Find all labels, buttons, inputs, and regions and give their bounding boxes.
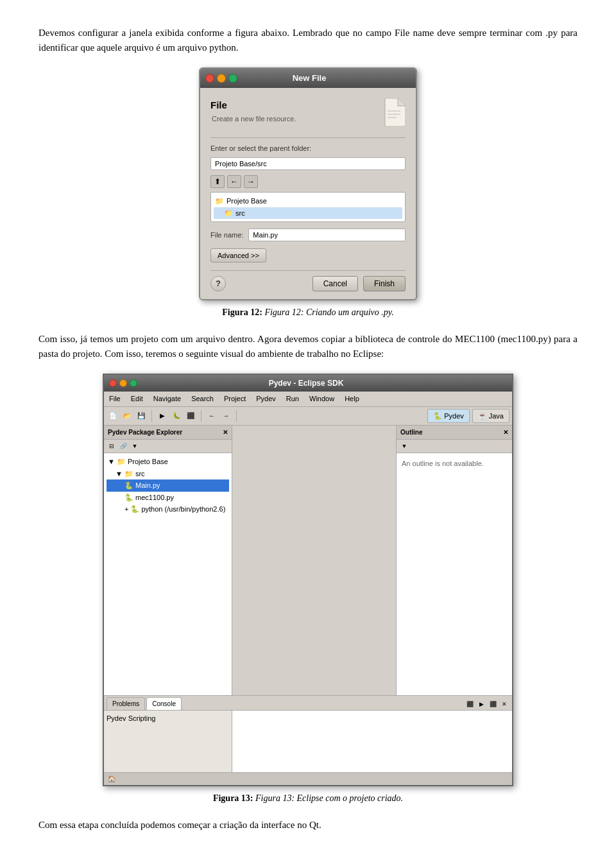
eclipse-window: Pydev - Eclipse SDK File Edit Navigate S… [103, 374, 513, 786]
filename-input[interactable] [248, 229, 406, 241]
figure-13-container: Pydev - Eclipse SDK File Edit Navigate S… [38, 374, 578, 805]
dialog-titlebar: New File [200, 69, 416, 88]
menu-navigate[interactable]: Navigate [151, 393, 184, 405]
advanced-button[interactable]: Advanced >> [210, 248, 266, 263]
eclipse-left-panel: Pydev Package Explorer ✕ ⊟ 🔗 ▼ ▼ 📁 Proje… [104, 426, 232, 695]
eclipse-bottom-left: Pydev Scripting [104, 711, 232, 772]
close-btn[interactable] [205, 74, 214, 83]
python-icon: 🐍 [130, 504, 139, 515]
tree-item-python[interactable]: + 🐍 python (/usr/bin/python2.6) [107, 503, 229, 515]
paragraph-2: Com isso, já temos um projeto com um arq… [38, 332, 578, 361]
paragraph-1: Devemos configurar a janela exibida conf… [38, 26, 578, 55]
expand-icon-python: + [124, 504, 128, 515]
folder-icon-src: 📁 [124, 469, 133, 479]
figure-12-caption: Figura 12: Figura 12: Criando um arquivo… [222, 306, 393, 319]
bottom-btn-2[interactable]: ▶ [476, 699, 486, 709]
menu-file[interactable]: File [107, 393, 123, 405]
pydev-scripting-label: Pydev Scripting [107, 714, 155, 722]
perspective-pydev[interactable]: 🐍 Pydev [427, 409, 470, 424]
folder-label-projeto: Projeto Base [227, 196, 267, 207]
explorer-collapse-btn[interactable]: ⊟ [107, 441, 117, 451]
explorer-link-btn[interactable]: 🔗 [118, 441, 128, 451]
explorer-menu-btn[interactable]: ▼ [130, 441, 140, 451]
eclipse-titlebar-controls[interactable] [109, 379, 137, 387]
outline-menu-btn[interactable]: ▼ [399, 441, 409, 451]
eclipse-menubar: File Edit Navigate Search Project Pydev … [104, 392, 512, 407]
eclipse-toolbar: 📄 📂 💾 ▶ 🐛 ⬛ ← → 🐍 Pydev ☕ [104, 407, 512, 426]
menu-window[interactable]: Window [307, 393, 337, 405]
tree-item-src[interactable]: 📁 src [214, 207, 402, 220]
eclipse-outline-toolbar: ▼ [397, 440, 512, 453]
menu-edit[interactable]: Edit [128, 393, 146, 405]
parent-folder-input[interactable] [210, 157, 406, 170]
tab-console[interactable]: Console [146, 697, 182, 710]
tree-item-main-py[interactable]: 🐍 Main.py [107, 479, 229, 492]
explorer-title: Pydev Package Explorer [108, 427, 182, 437]
toolbar-btn-stop[interactable]: ⬛ [184, 410, 197, 422]
toolbar-btn-forward[interactable]: → [219, 410, 232, 422]
action-buttons: Cancel Finish [312, 276, 406, 291]
outline-message: An outline is not available. [402, 458, 484, 469]
minimize-btn[interactable] [217, 74, 226, 83]
outline-close-icon[interactable]: ✕ [503, 427, 508, 437]
tree-item-projeto-base[interactable]: 📁 Projeto Base [214, 195, 402, 207]
tree-item-src[interactable]: ▼ 📁 src [107, 468, 229, 480]
menu-search[interactable]: Search [189, 393, 216, 405]
folder-nav-back[interactable]: ⬆ [210, 175, 225, 188]
eclipse-minimize-btn[interactable] [119, 379, 127, 387]
tree-item-projeto-base[interactable]: ▼ 📁 Projeto Base [107, 456, 229, 468]
dialog-body: File Create a new file resource. Enter o… [200, 88, 416, 300]
explorer-close-icon[interactable]: ✕ [223, 427, 228, 437]
toolbar-btn-open[interactable]: 📂 [121, 410, 133, 422]
file-icon-main: 🐍 [124, 480, 133, 491]
filename-label: File name: [210, 230, 243, 241]
maximize-btn[interactable] [228, 74, 237, 83]
help-button[interactable]: ? [210, 276, 226, 291]
src-label: src [135, 469, 145, 479]
menu-help[interactable]: Help [342, 393, 362, 405]
toolbar-btn-debug[interactable]: 🐛 [170, 410, 183, 422]
bottom-btn-1[interactable]: ⬛ [465, 699, 475, 709]
menu-run[interactable]: Run [284, 393, 302, 405]
titlebar-controls[interactable] [205, 74, 237, 83]
python-label: python (/usr/bin/python2.6) [141, 504, 225, 515]
bottom-btn-4[interactable]: ✕ [499, 699, 509, 709]
dialog-title: New File [293, 72, 327, 85]
toolbar-group-1: 📄 📂 💾 [107, 410, 152, 422]
paragraph-3: Com essa etapa concluída podemos começar… [38, 818, 578, 833]
folder-nav-forward[interactable]: ← [227, 175, 241, 188]
file-icon [382, 98, 406, 126]
perspective-java[interactable]: ☕ Java [472, 409, 509, 424]
eclipse-tree: ▼ 📁 Projeto Base ▼ 📁 src 🐍 Main.py [104, 453, 232, 695]
figure-12-container: New File File Create a new file resource… [38, 67, 578, 319]
toolbar-btn-save[interactable]: 💾 [135, 410, 148, 422]
eclipse-right-panel: Outline ✕ ▼ An outline is not available. [397, 426, 512, 695]
bottom-btn-3[interactable]: ⬛ [488, 699, 498, 709]
parent-folder-label: Enter or select the parent folder: [210, 143, 406, 154]
menu-project[interactable]: Project [221, 393, 248, 405]
toolbar-group-2: ▶ 🐛 ⬛ [156, 410, 201, 422]
toolbar-btn-run[interactable]: ▶ [156, 410, 169, 422]
eclipse-maximize-btn[interactable] [130, 379, 137, 387]
perspective-java-label: Java [489, 411, 504, 422]
projeto-base-label: Projeto Base [128, 456, 168, 467]
tab-problems[interactable]: Problems [107, 697, 145, 710]
eclipse-title: Pydev - Eclipse SDK [269, 377, 344, 389]
eclipse-close-btn[interactable] [109, 379, 117, 387]
eclipse-bottom-content: Pydev Scripting [104, 711, 512, 772]
menu-pydev[interactable]: Pydev [253, 393, 278, 405]
toolbar-btn-new[interactable]: 📄 [107, 410, 119, 422]
expand-icon-src: ▼ [116, 469, 123, 479]
main-py-label: Main.py [135, 480, 160, 491]
cancel-button[interactable]: Cancel [312, 276, 358, 291]
eclipse-outline-content: An outline is not available. [397, 453, 512, 695]
dialog-footer: ? Cancel Finish [210, 270, 406, 291]
tree-item-mec1100[interactable]: 🐍 mec1100.py [107, 492, 229, 504]
eclipse-bottom-right [232, 711, 512, 772]
eclipse-titlebar: Pydev - Eclipse SDK [104, 375, 512, 392]
toolbar-btn-back[interactable]: ← [205, 410, 218, 422]
eclipse-bottom: Problems Console ⬛ ▶ ⬛ ✕ Pydev Scripting [104, 695, 512, 772]
figure-13-caption: Figura 13: Figura 13: Eclipse com o proj… [213, 791, 403, 805]
folder-nav-up[interactable]: → [244, 175, 258, 188]
finish-button[interactable]: Finish [363, 276, 406, 291]
